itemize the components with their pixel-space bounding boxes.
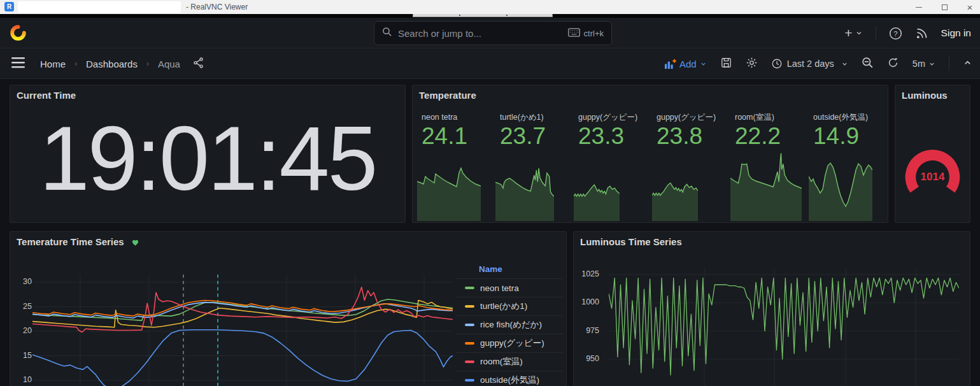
panel-temperature: Temperature neon tetra24.1turtle(かめ1)23.… <box>412 85 888 223</box>
panel-title[interactable]: Luminous Time Series <box>580 236 682 247</box>
nav-right-group: + ? Sign in <box>844 18 971 48</box>
legend-series-name: guppy(グッピー) <box>480 338 544 349</box>
breadcrumb-dashboards[interactable]: Dashboards <box>86 59 138 69</box>
chart-legend: Name neon tetraturtle(かめ1)rice fish(めだか)… <box>456 260 563 386</box>
gear-icon <box>746 57 758 69</box>
minimize-button[interactable] <box>914 2 924 12</box>
refresh-button[interactable] <box>887 57 899 71</box>
legend-header[interactable]: Name <box>456 260 563 278</box>
sign-in-button[interactable]: Sign in <box>941 27 971 39</box>
stat-cell: guppy(グッピー)23.8 <box>651 107 727 221</box>
panel-temperature-time-series: Temerature Time Series Name neon tetratu… <box>10 231 567 386</box>
panel-title-text: Luminous <box>902 90 948 101</box>
realvnc-app-icon: R <box>4 2 14 11</box>
y-tick-label: 25 <box>10 302 32 311</box>
luminous-chart[interactable] <box>609 268 959 386</box>
redacted-connection-name <box>18 1 181 13</box>
plus-icon: + <box>844 26 852 39</box>
panel-title[interactable]: Current Time <box>17 90 76 101</box>
add-panel-icon <box>664 59 676 69</box>
legend-item[interactable]: outside(外気温) <box>456 371 563 386</box>
health-heart-icon <box>131 238 140 247</box>
rss-icon <box>915 27 928 40</box>
stat-sparkline <box>652 175 698 221</box>
chevron-up-icon <box>963 58 972 68</box>
add-panel-button[interactable]: Add <box>664 59 707 69</box>
stat-sparkline <box>417 157 481 221</box>
news-button[interactable] <box>915 27 928 40</box>
time-range-label: Last 2 days <box>787 59 834 69</box>
collapse-toolbar-button[interactable] <box>963 58 972 70</box>
maximize-button[interactable] <box>939 2 949 12</box>
vnc-tab-dot <box>459 15 460 16</box>
stat-sparkline <box>574 175 620 221</box>
legend-item[interactable]: rice fish(めだか) <box>456 315 563 334</box>
stat-label: guppy(グッピー) <box>578 112 646 123</box>
clock-value: 19:01:45 <box>10 113 405 204</box>
refresh-interval-picker[interactable]: 5m <box>913 59 935 69</box>
chevron-down-icon <box>841 61 848 68</box>
temperature-chart[interactable] <box>32 275 453 386</box>
zoom-out-button[interactable] <box>862 57 874 71</box>
series-line <box>32 287 453 332</box>
y-tick-label: 10 <box>10 375 32 384</box>
add-label: Add <box>679 59 697 69</box>
share-button[interactable] <box>193 57 205 71</box>
legend-swatch <box>465 361 474 363</box>
svg-text:?: ? <box>893 29 897 37</box>
y-tick-label: 20 <box>10 326 32 335</box>
panel-title[interactable]: Luminous <box>902 90 948 101</box>
series-line <box>32 301 453 317</box>
panel-title-text: Current Time <box>17 90 76 101</box>
window-titlebar: R - RealVNC Viewer × <box>0 0 980 14</box>
legend-swatch <box>465 379 474 382</box>
chevron-down-icon <box>700 61 707 68</box>
legend-item[interactable]: turtle(かめ1) <box>456 297 563 315</box>
stat-value: 22.2 <box>735 123 803 150</box>
legend-item[interactable]: neon tetra <box>456 278 563 297</box>
series-line <box>609 278 959 375</box>
stat-value: 14.9 <box>813 123 881 150</box>
legend-item[interactable]: room(室温) <box>456 352 563 371</box>
y-tick-label: 950 <box>578 354 599 363</box>
panel-title[interactable]: Temperature <box>419 90 476 101</box>
toolbar-right-group: Add Last 2 days 5m <box>664 48 972 79</box>
legend-item[interactable]: guppy(グッピー) <box>456 334 563 352</box>
stat-cell: guppy(グッピー)23.3 <box>573 107 649 221</box>
help-button[interactable]: ? <box>889 27 902 40</box>
breadcrumb-home[interactable]: Home <box>40 59 66 69</box>
panel-title-text: Temperature <box>419 90 476 101</box>
close-button[interactable]: × <box>965 2 975 12</box>
gauge-value: 1014 <box>895 171 970 183</box>
save-icon <box>720 57 732 69</box>
panel-title[interactable]: Temerature Time Series <box>17 236 140 247</box>
zoom-out-icon <box>862 57 874 69</box>
vnc-toolbar-tab[interactable] <box>413 14 553 17</box>
stat-label: neon tetra <box>422 112 490 123</box>
menu-toggle-button[interactable] <box>11 57 25 71</box>
search-input[interactable]: Search or jump to... ctrl+k <box>374 21 612 45</box>
y-tick-label: 975 <box>578 326 599 335</box>
shortcut-label: ctrl+k <box>584 29 604 38</box>
dashboard-canvas: Current Time 19:01:45 Temperature neon t… <box>0 79 980 386</box>
breadcrumb: Home › Dashboards › Aqua <box>11 48 205 79</box>
dashboard-toolbar: Home › Dashboards › Aqua Add Last 2 days <box>0 48 980 79</box>
legend-series-name: turtle(かめ1) <box>480 301 527 312</box>
series-line <box>32 330 453 386</box>
dashboard-settings-button[interactable] <box>746 57 758 71</box>
legend-series-name: outside(外気温) <box>480 375 539 386</box>
legend-series-name: rice fish(めだか) <box>480 319 542 331</box>
breadcrumb-current[interactable]: Aqua <box>158 59 180 69</box>
chevron-down-icon <box>928 61 935 68</box>
stat-sparkline <box>730 150 802 221</box>
time-range-picker[interactable]: Last 2 days <box>771 58 848 69</box>
panel-title-text: Temerature Time Series <box>17 236 124 247</box>
temperature-stats: neon tetra24.1turtle(かめ1)23.7guppy(グッピー)… <box>416 107 884 221</box>
y-tick-label: 30 <box>10 277 32 286</box>
grafana-logo-icon[interactable] <box>10 24 27 44</box>
window-controls: × <box>914 0 975 14</box>
breadcrumb-separator: › <box>75 59 77 68</box>
stat-label: room(室温) <box>735 112 803 123</box>
new-menu-button[interactable]: + <box>844 27 862 39</box>
save-dashboard-button[interactable] <box>720 57 732 71</box>
